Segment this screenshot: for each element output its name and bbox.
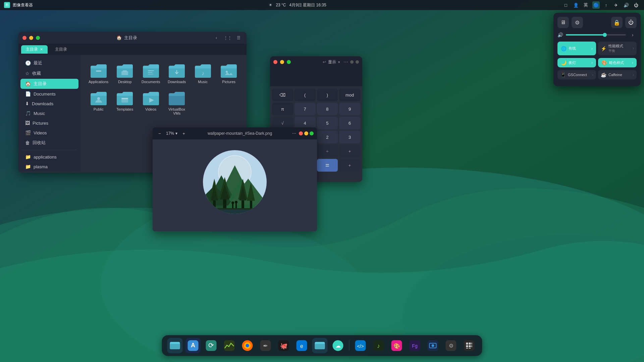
sidebar-item-pictures[interactable]: 🖼 Pictures <box>20 118 78 128</box>
calc-undo-icon[interactable]: ↩ <box>323 60 326 64</box>
qs-volume-slider[interactable] <box>566 34 626 36</box>
folder-videos[interactable]: Videos <box>139 88 163 117</box>
power-tray-icon[interactable]: ⏻ <box>633 1 640 9</box>
folder-music[interactable]: ♪ Music <box>191 61 215 86</box>
folder-downloads[interactable]: Downloads <box>165 61 189 86</box>
dock-theme[interactable]: 🎨 <box>389 338 405 353</box>
lang-tray-icon[interactable]: 英 <box>582 1 590 9</box>
calc-divide-btn[interactable]: ÷ <box>317 145 338 158</box>
folder-templates[interactable]: Templates <box>113 88 137 117</box>
arrow-tray-icon[interactable]: ↑ <box>602 1 610 9</box>
qs-power-icon[interactable]: ⏻ <box>625 17 637 28</box>
address-tab-1[interactable]: 主目录 ✕ <box>21 45 48 54</box>
iv-more-btn[interactable]: ⋯ <box>292 131 296 136</box>
dock-files[interactable] <box>167 338 183 353</box>
calc-more-icon[interactable]: ⋯ <box>343 59 348 65</box>
dock-grid[interactable] <box>462 338 477 353</box>
calc-extra-btn2[interactable] <box>356 60 359 64</box>
calc-3-btn[interactable]: 3 <box>339 131 360 143</box>
window-min-btn[interactable] <box>29 36 33 40</box>
sidebar-item-plasma[interactable]: 📁 plasma <box>20 162 78 171</box>
sidebar-item-home[interactable]: 🏠 主目录 <box>20 79 78 89</box>
volume-tray-icon[interactable]: 🔊 <box>623 1 630 9</box>
qs-performance-item[interactable]: ⚡ 性能模式 平衡 › <box>598 42 637 55</box>
calc-7-btn[interactable]: 7 <box>294 103 316 115</box>
sidebar-item-recent[interactable]: 🕐 最近 <box>20 58 78 68</box>
telegram-tray-icon[interactable]: ✈ <box>612 1 620 9</box>
sidebar-item-downloads[interactable]: ⬇ Downloads <box>20 99 78 108</box>
dock-figma[interactable]: Fg <box>407 338 423 353</box>
menu-btn[interactable]: ☰ <box>235 35 243 41</box>
folder-virtualbox[interactable]: VirtualBox VMs <box>165 88 189 117</box>
calc-plus-btn[interactable]: + <box>339 145 360 158</box>
address-tab-2[interactable]: 主目录 <box>50 45 72 54</box>
dock-screenshot[interactable] <box>425 338 441 353</box>
calc-backspace-btn[interactable]: ⌫ <box>272 88 293 101</box>
dock-kubuntu[interactable]: ☁ <box>330 338 346 353</box>
folder-applications[interactable]: Applications <box>87 61 110 86</box>
calc-8-btn[interactable]: 8 <box>317 103 338 115</box>
calc-5-btn[interactable]: 5 <box>317 117 338 129</box>
qs-display-icon[interactable]: 🖥 <box>557 17 569 28</box>
calc-extra-op[interactable]: + <box>339 159 360 172</box>
qs-night-toggle[interactable]: 🌙 夜灯 › <box>557 58 596 67</box>
folder-pictures[interactable]: Pictures <box>217 61 240 86</box>
calc-6-btn[interactable]: 6 <box>339 117 360 129</box>
view-toggle-btn[interactable]: ⋮⋮ <box>222 35 234 41</box>
dock-discover[interactable]: ⟳ <box>204 338 219 353</box>
dock-inkscape[interactable]: ✒ <box>258 338 273 353</box>
calc-close-btn[interactable] <box>273 60 277 64</box>
user-tray-icon[interactable]: 👤 <box>572 1 580 9</box>
folder-documents[interactable]: Documents <box>139 61 163 86</box>
iv-minus-btn[interactable]: − <box>156 130 163 137</box>
calc-min-btn[interactable] <box>280 60 284 64</box>
qs-wired-toggle[interactable]: 🌐 有线 › <box>557 42 596 55</box>
tab-close-icon[interactable]: ✕ <box>40 47 43 52</box>
iv-zoom-display[interactable]: 17% ▾ <box>166 131 177 136</box>
sidebar-item-favorites[interactable]: ☆ 收藏 <box>20 68 78 78</box>
dock-nautilus[interactable] <box>312 338 328 353</box>
sidebar-item-trash[interactable]: 🗑 回收站 <box>20 138 78 148</box>
iv-close-btn[interactable] <box>299 131 303 135</box>
iv-max-btn[interactable] <box>310 131 314 135</box>
dock-git[interactable]: 🐙 <box>276 338 291 353</box>
sidebar-item-applications[interactable]: 📁 applications <box>20 152 78 162</box>
sidebar-item-documents[interactable]: 📄 Documents <box>20 89 78 99</box>
dock-appstore[interactable]: A <box>185 338 201 353</box>
dock-vscode[interactable]: </> <box>353 338 368 353</box>
dock-settings[interactable]: ⚙ <box>443 338 459 353</box>
folder-public[interactable]: Public <box>87 88 110 117</box>
calc-lparen-btn[interactable]: ( <box>294 88 316 101</box>
qs-volume-arrow[interactable]: › <box>629 31 637 39</box>
calc-equals-btn[interactable]: = <box>317 159 338 172</box>
network-tray-icon[interactable]: 🔵 <box>592 1 600 9</box>
screenshot-tray-icon[interactable]: □ <box>562 1 570 9</box>
calc-mode-label[interactable]: 显示 <box>328 59 336 65</box>
qs-lock-icon[interactable]: 🔒 <box>611 17 623 28</box>
window-max-btn[interactable] <box>36 36 40 40</box>
window-close-btn[interactable] <box>22 36 26 40</box>
qs-caffeine-item[interactable]: ☕ Caffeine › <box>598 70 637 79</box>
qs-dark-toggle[interactable]: 🎨 暗色样式 › <box>598 58 637 67</box>
dock-monitor[interactable] <box>222 338 237 353</box>
qs-gsconnect-item[interactable]: 📱 GSConnect › <box>557 70 596 79</box>
iv-min-btn[interactable] <box>304 131 308 135</box>
calc-pi-btn[interactable]: π <box>272 103 293 115</box>
calc-extra-btn[interactable] <box>350 60 354 64</box>
calc-rparen-btn[interactable]: ) <box>317 88 338 101</box>
calc-max-btn[interactable] <box>287 60 291 64</box>
dock-music[interactable]: ♪ <box>371 338 386 353</box>
qs-settings-icon[interactable]: ⚙ <box>572 17 583 28</box>
topbar-right[interactable]: □ 👤 英 🔵 ↑ ✈ 🔊 ⏻ <box>562 1 640 9</box>
calc-mod-btn[interactable]: mod <box>339 88 360 101</box>
iv-plus-btn[interactable]: + <box>180 130 187 137</box>
sidebar-item-videos[interactable]: 🎬 Videos <box>20 128 78 137</box>
calc-2-btn[interactable]: 2 <box>317 131 338 143</box>
sidebar-item-music[interactable]: 🎵 Music <box>20 109 78 118</box>
calc-9-btn[interactable]: 9 <box>339 103 360 115</box>
nav-back-btn[interactable]: ‹ <box>214 35 219 41</box>
dock-edge[interactable]: e <box>294 338 310 353</box>
folder-desktop[interactable]: Desktop <box>113 61 137 86</box>
dock-firefox[interactable] <box>240 338 255 353</box>
calc-mode-dropdown[interactable]: ▾ <box>338 60 340 64</box>
